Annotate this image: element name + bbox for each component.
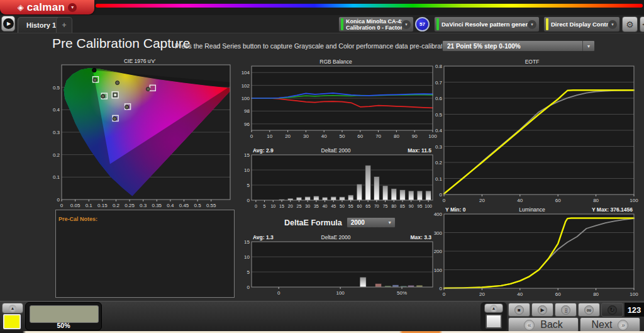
- tab-bar: ▶ History 1 + Konica Minolta CA-410 Cali…: [0, 15, 644, 33]
- calman-logo-text: calman: [27, 1, 65, 14]
- svg-text:0.6: 0.6: [435, 96, 443, 101]
- pattern-window-expand-button[interactable]: ▲: [484, 303, 503, 313]
- svg-text:DeltaE 2000: DeltaE 2000: [321, 147, 351, 154]
- display-dropdown[interactable]: Direct Display Control ▼: [543, 16, 620, 32]
- rgb-balance-chart: 9698100102104RGB Balance0102030405060708…: [233, 58, 439, 140]
- plus-icon: +: [62, 21, 66, 30]
- svg-text:0: 0: [440, 286, 443, 291]
- svg-text:15: 15: [244, 239, 250, 245]
- svg-text:80: 80: [593, 291, 599, 297]
- collapse-panel-button[interactable]: ◀: [640, 16, 644, 32]
- svg-text:0.45: 0.45: [179, 203, 189, 208]
- svg-text:95: 95: [418, 204, 423, 208]
- svg-text:80: 80: [394, 133, 399, 139]
- luminance-chart: 0100200300400LuminanceY Min: 0Y Max: 376…: [425, 206, 639, 298]
- svg-text:0: 0: [443, 291, 446, 297]
- pre-cal-notes-field[interactable]: Pre-Cal Notes:: [55, 210, 235, 298]
- svg-text:300: 300: [434, 230, 443, 236]
- svg-text:100: 100: [630, 198, 638, 203]
- stop-icon: ■: [514, 305, 524, 315]
- svg-text:25: 25: [297, 204, 302, 208]
- numeric-entry-label: 123: [628, 305, 641, 315]
- svg-text:0.3: 0.3: [435, 144, 443, 150]
- svg-text:0.4: 0.4: [435, 128, 443, 133]
- svg-text:15: 15: [279, 204, 284, 208]
- svg-text:Y Max: 376.1456: Y Max: 376.1456: [592, 206, 633, 213]
- read-loop-button[interactable]: ∞: [578, 303, 600, 317]
- tab-history-label: History 1: [26, 21, 56, 29]
- meter-dropdown[interactable]: Konica Minolta CA-410 Calibration 0 - Fa…: [338, 16, 414, 32]
- svg-text:20: 20: [479, 291, 485, 297]
- back-button[interactable]: « Back: [508, 317, 579, 332]
- infinity-icon: ∞: [584, 305, 594, 315]
- read-series-icon: [-]: [561, 305, 570, 315]
- pattern-window-swatch[interactable]: [486, 314, 502, 329]
- refresh-button[interactable]: ↻: [601, 303, 623, 317]
- svg-text:5: 5: [264, 204, 266, 208]
- add-tab-button[interactable]: +: [56, 17, 72, 33]
- svg-text:0: 0: [60, 203, 64, 208]
- cie-1976-chart: 00.10.20.30.40.5CIE 1976 u'v'00.050.10.1…: [43, 57, 236, 210]
- numeric-entry-button[interactable]: 123: [625, 303, 644, 317]
- bottom-toolbar: ▲ 50% ▲ ■ ▶ [-] ∞ ↻ 123 «: [0, 301, 644, 332]
- svg-text:104: 104: [242, 70, 250, 76]
- svg-text:DeltaE 2000: DeltaE 2000: [321, 234, 351, 240]
- svg-text:100: 100: [434, 268, 443, 273]
- svg-text:0: 0: [247, 285, 250, 290]
- svg-text:0.2: 0.2: [113, 203, 120, 208]
- deltae-formula-dropdown[interactable]: 2000 ▼: [347, 217, 396, 228]
- svg-text:96: 96: [244, 121, 250, 127]
- svg-text:0.35: 0.35: [152, 203, 162, 208]
- svg-text:10: 10: [267, 133, 272, 139]
- svg-text:RGB Balance: RGB Balance: [319, 59, 352, 65]
- chevron-down-icon: ▼: [582, 41, 594, 51]
- source-dropdown[interactable]: DaVinci Resolve pattern generator ▼: [434, 16, 540, 32]
- svg-text:0: 0: [440, 192, 443, 198]
- svg-text:10: 10: [270, 204, 275, 208]
- chevron-down-icon: ▼: [528, 20, 536, 29]
- display-name: Direct Display Control: [551, 21, 608, 28]
- svg-text:70: 70: [375, 133, 381, 139]
- svg-text:20: 20: [288, 204, 293, 208]
- pattern-level-expand-button[interactable]: ▲: [2, 303, 23, 313]
- svg-text:0: 0: [255, 204, 257, 208]
- svg-text:0.1: 0.1: [53, 174, 60, 180]
- svg-text:0.5: 0.5: [53, 85, 60, 91]
- next-button[interactable]: Next »: [580, 317, 640, 332]
- chevron-down-icon: ▼: [402, 20, 411, 29]
- next-label: Next: [592, 319, 613, 330]
- tab-scroll-button[interactable]: ▶: [1, 16, 15, 31]
- settings-button[interactable]: ⚙: [622, 16, 638, 32]
- calman-window: ◈ calman ▼ ▶ History 1 + Konica Minolta …: [0, 0, 644, 333]
- svg-text:50: 50: [340, 133, 345, 139]
- source-name: DaVinci Resolve pattern generator: [441, 21, 528, 28]
- svg-text:Avg: 2.9: Avg: 2.9: [253, 147, 274, 154]
- page-instructions: Press the Read Series button to capture …: [175, 42, 453, 50]
- pre-cal-notes-label: Pre-Cal Notes:: [58, 216, 97, 222]
- read-series-button[interactable]: [-]: [555, 303, 577, 317]
- up-arrow-icon: ▲: [490, 305, 497, 312]
- rainbow-strip: [96, 4, 643, 8]
- svg-text:Luminance: Luminance: [519, 206, 545, 213]
- pattern-color-swatch[interactable]: [3, 314, 21, 329]
- meter-sync-badge[interactable]: 57: [415, 17, 430, 31]
- svg-text:0.3: 0.3: [53, 130, 60, 135]
- svg-text:Y Min: 0: Y Min: 0: [445, 206, 466, 213]
- measurement-preset-dropdown[interactable]: 21 Point 5% step 0-100% ▼: [442, 40, 595, 52]
- stop-button[interactable]: ■: [508, 303, 530, 317]
- svg-text:0: 0: [57, 197, 60, 203]
- read-continuous-button[interactable]: ▶: [531, 303, 553, 317]
- svg-text:40: 40: [517, 198, 523, 203]
- calman-menu-button[interactable]: ◈ calman ▼: [0, 0, 94, 14]
- svg-text:0.5: 0.5: [194, 203, 202, 208]
- svg-text:100: 100: [630, 291, 638, 297]
- svg-text:0.8: 0.8: [435, 64, 443, 69]
- svg-text:10: 10: [244, 167, 250, 173]
- calman-logo-icon: ◈: [18, 3, 24, 12]
- back-chevron-icon: «: [524, 320, 535, 330]
- deltae-formula-row: DeltaE Formula 2000 ▼: [284, 217, 396, 228]
- svg-text:0.4: 0.4: [53, 107, 60, 113]
- chevron-down-icon: ▼: [608, 20, 617, 29]
- svg-text:0.2: 0.2: [53, 152, 60, 158]
- svg-text:0.2: 0.2: [435, 160, 443, 166]
